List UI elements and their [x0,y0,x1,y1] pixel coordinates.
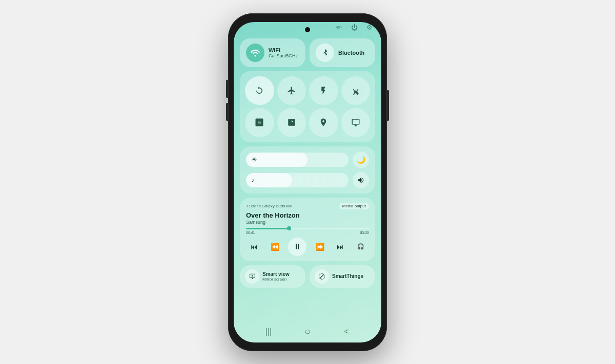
smart-things-text: SmartThings [332,273,363,279]
sound-mode-button[interactable] [353,172,369,188]
media-fast-forward-button[interactable]: ⏩ [313,240,327,254]
media-output-button[interactable]: Media output [339,203,369,209]
bluetooth-title: Bluetooth [338,50,364,56]
camera-notch [305,27,310,32]
media-rewind-button[interactable]: ⏪ [268,240,282,254]
phone-device: HORIZON ✏ ⏻ ⚙ WiFi [228,13,387,351]
bluetooth-text: Bluetooth [338,50,364,56]
smart-view-tile[interactable]: Smart view Mirror screen [240,265,305,288]
wifi-title: WiFi [269,47,298,53]
media-skip-back-button[interactable]: ⏮ [247,240,261,254]
bottom-tiles-row: Smart view Mirror screen SmartThings [240,265,375,288]
dark-mode-button[interactable]: 🌙 [353,152,369,168]
bluetooth-icon [316,44,334,62]
media-artist: Samsung [246,220,369,225]
power-icon[interactable]: ⏻ [350,23,359,32]
toggle-grid-container [240,71,375,142]
smart-things-icon [315,269,329,284]
toggle-notes[interactable] [277,108,306,137]
smart-view-icon [245,269,259,284]
toggle-location[interactable] [309,108,338,137]
media-play-pause-button[interactable]: ⏸ [288,238,306,256]
volume-slider-track[interactable]: ♪ [246,173,348,187]
toggle-screen-share[interactable] [341,108,371,137]
media-time-elapsed: 00:41 [246,231,255,234]
brightness-slider-track[interactable]: ☀ [246,153,348,167]
smart-view-subtitle: Mirror screen [262,277,290,282]
volume-icon: ♪ [251,176,255,184]
phone-screen: HORIZON ✏ ⏻ ⚙ WiFi [234,22,381,342]
media-skip-forward-button[interactable]: ⏭ [333,240,347,254]
wifi-icon [246,44,264,62]
navigation-bar: ||| ○ < [234,323,381,342]
wifi-subtitle: CallSpot5GHz [269,53,298,58]
vol-down-button[interactable] [226,103,228,121]
toggle-grid [245,76,370,137]
toggle-mobile-data[interactable] [341,76,371,105]
recents-button[interactable]: ||| [263,326,274,337]
brightness-slider-row: ☀ 🌙 [246,152,369,168]
wifi-tile[interactable]: WiFi CallSpot5GHz [240,38,305,67]
toggle-auto-rotate[interactable] [245,76,274,105]
media-player: ♪ User's Galaxy Buds live Media output O… [240,198,375,261]
media-progress-dot [287,226,291,230]
volume-slider-row: ♪ [246,172,369,188]
smart-view-text: Smart view Mirror screen [262,271,290,282]
media-controls: ⏮ ⏪ ⏸ ⏩ ⏭ 🎧 [246,238,369,256]
toggle-flashlight[interactable] [309,76,338,105]
bluetooth-tile[interactable]: Bluetooth [310,38,375,67]
media-progress-fill [246,228,289,229]
wifi-text: WiFi CallSpot5GHz [269,47,298,58]
media-times: 00:41 03:20 [246,231,369,234]
media-buds-button[interactable]: 🎧 [354,240,368,254]
media-header: ♪ User's Galaxy Buds live Media output [246,203,369,209]
brightness-icon: ☀ [251,156,257,163]
smart-view-title: Smart view [262,271,290,277]
power-button[interactable] [387,90,389,121]
svg-point-0 [255,55,256,56]
toggle-nfc[interactable] [245,108,274,137]
wifi-bluetooth-row: WiFi CallSpot5GHz Bluetooth [240,38,375,67]
back-button[interactable]: < [341,326,352,337]
home-button[interactable]: ○ [302,326,313,337]
media-source: ♪ User's Galaxy Buds live [246,204,292,208]
pencil-icon[interactable]: ✏ [334,23,343,32]
brightness-slider-fill: ☀ [246,153,308,167]
vol-up-button[interactable] [226,80,228,98]
media-progress-bar[interactable] [246,228,369,229]
toggle-airplane[interactable] [277,76,306,105]
control-center-content: WiFi CallSpot5GHz Bluetooth [234,35,381,323]
sliders-container: ☀ 🌙 ♪ [240,146,375,194]
media-title: Over the Horizon [246,211,369,219]
settings-icon[interactable]: ⚙ [365,23,374,32]
smart-things-title: SmartThings [332,273,363,279]
media-time-total: 03:20 [360,231,369,234]
smart-things-tile[interactable]: SmartThings [310,265,375,288]
volume-slider-fill: ♪ [246,173,292,187]
